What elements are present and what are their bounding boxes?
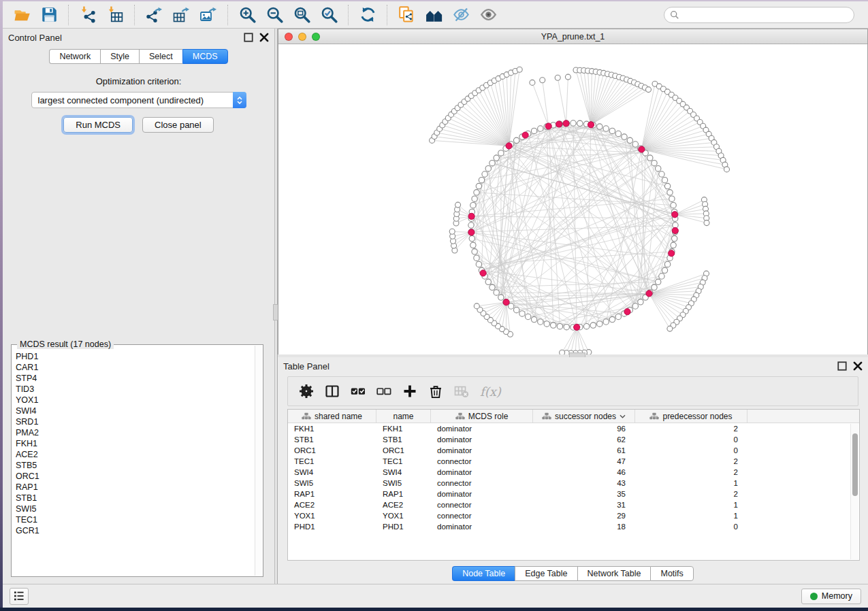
tab-motifs[interactable]: Motifs [650,566,693,581]
table-cell[interactable]: 29 [533,510,635,521]
column-header-successor-nodes[interactable]: successor nodes [533,410,635,423]
table-row[interactable]: ACE2ACE2connector311 [288,499,859,510]
export-image-button[interactable] [195,3,222,27]
tab-network[interactable]: Network [49,49,100,64]
import-table-button[interactable] [101,3,129,27]
export-table-button[interactable] [167,3,195,27]
mcds-result-item[interactable]: SWI4 [16,406,255,416]
table-cell[interactable]: connector [431,456,533,467]
mcds-result-list[interactable]: PHD1CAR1STP4TID3YOX1SWI4SRD1PMA2FKH1ACE2… [16,351,255,575]
close-table-panel-button[interactable] [853,361,863,371]
select-all-button[interactable] [345,379,371,403]
table-cell[interactable]: 1 [635,499,748,510]
float-panel-button[interactable] [244,33,253,42]
table-cell[interactable]: TEC1 [288,456,376,467]
mcds-result-item[interactable]: CAR1 [16,362,255,373]
float-table-panel-button[interactable] [837,361,847,371]
table-cell[interactable]: SWI4 [288,467,376,478]
table-cell[interactable]: 46 [533,467,635,478]
table-cell[interactable]: STB1 [376,434,431,445]
network-window-titlebar[interactable]: YPA_prune.txt_1 [278,29,867,44]
column-layout-button[interactable] [319,379,345,403]
table-cell[interactable]: PHD1 [376,521,431,532]
delete-column-button[interactable] [423,379,449,403]
save-session-button[interactable] [35,3,63,27]
function-builder-button[interactable]: f(x) [480,384,501,399]
table-cell[interactable]: ORC1 [376,445,431,456]
table-cell[interactable]: dominator [431,521,533,532]
table-cell[interactable]: FKH1 [376,423,431,434]
table-row[interactable]: SWI4SWI4dominator462 [288,467,859,478]
close-panel-button[interactable] [259,33,269,42]
mcds-result-item[interactable]: TEC1 [16,514,255,525]
table-cell[interactable]: TEC1 [376,456,431,467]
mcds-result-item[interactable]: GCR1 [16,525,255,536]
table-row[interactable]: RAP1RAP1dominator352 [288,489,859,499]
mcds-result-item[interactable]: ORC1 [16,471,255,482]
zoom-fit-button[interactable] [288,3,315,27]
zoom-selected-button[interactable] [315,3,342,27]
tab-network-table[interactable]: Network Table [577,566,651,581]
mcds-result-item[interactable]: RAP1 [16,482,255,493]
table-cell[interactable]: 96 [533,423,635,434]
table-row[interactable]: ORC1ORC1dominator610 [288,445,859,456]
table-cell[interactable]: dominator [431,423,533,434]
table-cell[interactable]: 0 [635,445,748,456]
hide-selected-button[interactable] [447,3,475,27]
mcds-result-item[interactable]: STP4 [16,373,255,384]
table-cell[interactable]: RAP1 [376,489,431,499]
table-cell[interactable]: 18 [533,521,635,532]
mcds-result-item[interactable]: YOX1 [16,395,255,406]
table-cell[interactable]: dominator [431,434,533,445]
table-cell[interactable]: 2 [635,456,748,467]
tab-edge-table[interactable]: Edge Table [515,566,577,581]
table-cell[interactable]: 1 [635,510,748,521]
search-input[interactable] [664,7,854,23]
run-mcds-button[interactable]: Run MCDS [63,117,133,133]
mcds-result-item[interactable]: SWI5 [16,503,255,514]
table-row[interactable]: YOX1YOX1connector291 [288,510,859,521]
mcds-result-item[interactable]: STB5 [16,460,255,471]
mcds-result-item[interactable]: ACE2 [16,449,255,460]
mcds-list-scrollbar[interactable] [255,346,262,576]
memory-button[interactable]: Memory [801,589,861,604]
table-cell[interactable]: connector [431,478,533,489]
import-network-button[interactable] [74,3,101,27]
zoom-out-button[interactable] [261,3,288,27]
table-cell[interactable]: ACE2 [376,499,431,510]
table-cell[interactable]: dominator [431,467,533,478]
table-cell[interactable]: 1 [635,478,748,489]
column-header-shared-name[interactable]: shared name [288,410,376,423]
open-file-button[interactable] [8,3,35,27]
table-cell[interactable]: ACE2 [288,499,376,510]
show-all-button[interactable] [475,3,502,27]
table-cell[interactable]: 61 [533,445,635,456]
table-cell[interactable]: connector [431,510,533,521]
table-cell[interactable]: 2 [635,423,748,434]
table-cell[interactable]: dominator [431,445,533,456]
table-cell[interactable]: 0 [635,434,748,445]
table-cell[interactable]: connector [431,499,533,510]
table-cell[interactable]: 2 [635,467,748,478]
table-cell[interactable]: 62 [533,434,635,445]
table-cell[interactable]: YOX1 [376,510,431,521]
mcds-result-item[interactable]: TID3 [16,384,255,395]
export-network-button[interactable] [140,3,167,27]
mcds-result-item[interactable]: STB1 [16,493,255,503]
mcds-result-item[interactable]: PMA2 [16,427,255,438]
table-cell[interactable]: FKH1 [288,423,376,434]
table-cell[interactable]: SWI5 [288,478,376,489]
table-cell[interactable]: 35 [533,489,635,499]
tab-select[interactable]: Select [139,49,182,64]
table-row[interactable]: TEC1TEC1connector472 [288,456,859,467]
zoom-in-button[interactable] [234,3,261,27]
table-cell[interactable]: dominator [431,489,533,499]
first-neighbors-button[interactable] [420,3,447,27]
table-row[interactable]: SWI5SWI5connector431 [288,478,859,489]
table-row[interactable]: PHD1PHD1dominator180 [288,521,859,532]
table-cell[interactable]: 31 [533,499,635,510]
table-row[interactable]: FKH1FKH1dominator962 [288,423,859,434]
tab-mcds[interactable]: MCDS [182,49,228,64]
table-scrollbar[interactable] [850,424,858,559]
column-header-MCDS-role[interactable]: MCDS role [431,410,533,423]
